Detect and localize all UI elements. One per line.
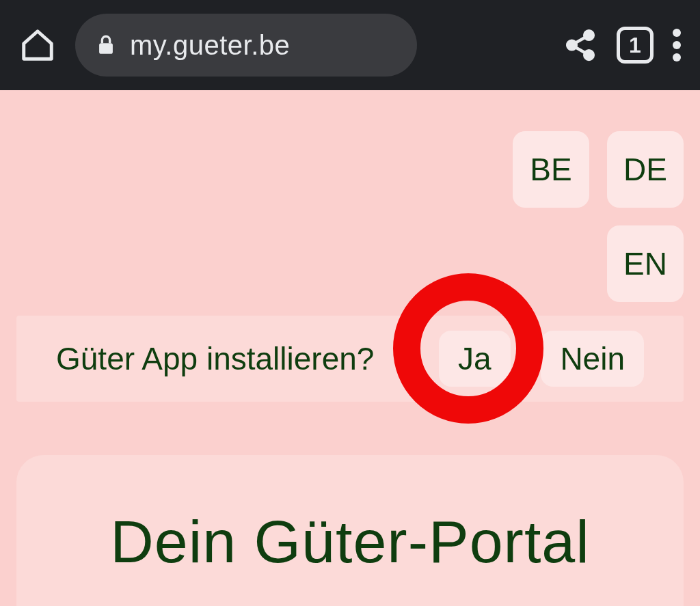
svg-line-4 <box>576 38 586 43</box>
portal-card: Dein Güter-Portal <box>16 455 684 606</box>
url-text: my.gueter.be <box>130 30 290 61</box>
address-bar[interactable]: my.gueter.be <box>75 14 417 77</box>
lang-button-be[interactable]: BE <box>513 131 589 208</box>
lang-button-en[interactable]: EN <box>607 225 684 302</box>
svg-point-7 <box>673 41 681 49</box>
install-prompt-bar: Güter App installieren? Ja / Nein <box>16 316 684 402</box>
tab-count-number: 1 <box>629 33 641 58</box>
language-switcher-row2: EN <box>16 208 684 302</box>
portal-title: Dein Güter-Portal <box>49 507 651 577</box>
svg-point-1 <box>584 31 593 39</box>
share-icon[interactable] <box>563 28 597 62</box>
svg-point-2 <box>567 41 576 50</box>
lock-icon <box>94 33 118 57</box>
svg-point-3 <box>584 51 593 59</box>
install-no-button[interactable]: Nein <box>541 331 644 387</box>
install-separator: / <box>522 340 530 377</box>
svg-point-6 <box>673 29 681 37</box>
page-content: BE DE EN Güter App installieren? Ja / Ne… <box>0 90 700 606</box>
tab-count-badge[interactable]: 1 <box>617 27 654 64</box>
install-prompt-text: Güter App installieren? <box>56 340 374 377</box>
lang-button-de[interactable]: DE <box>607 131 684 208</box>
home-icon[interactable] <box>19 27 56 64</box>
install-yes-button[interactable]: Ja <box>439 331 511 387</box>
more-menu-icon[interactable] <box>673 29 681 61</box>
browser-chrome: my.gueter.be 1 <box>0 0 700 90</box>
svg-line-5 <box>576 47 586 53</box>
language-switcher-row1: BE DE <box>16 90 684 208</box>
svg-rect-0 <box>99 43 113 54</box>
svg-point-8 <box>673 53 681 61</box>
